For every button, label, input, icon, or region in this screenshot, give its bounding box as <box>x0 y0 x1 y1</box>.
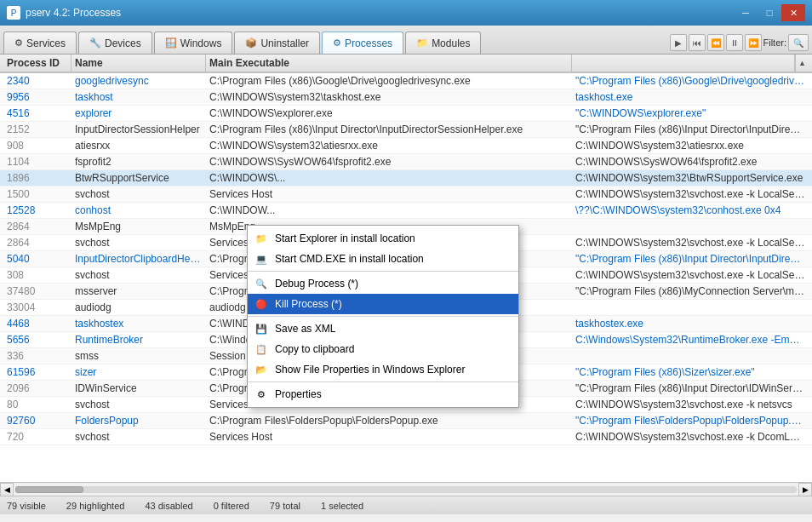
col-cmdline <box>572 54 795 72</box>
table-row[interactable]: 12528 conhost C:\WINDOW... \??\C:\WINDOW… <box>0 203 812 219</box>
cell-pid: 720 <box>3 431 71 443</box>
minimize-button[interactable]: ─ <box>734 4 758 21</box>
cell-pid: 1896 <box>3 172 71 184</box>
tab-uninstaller-label: Uninstaller <box>260 37 309 49</box>
menu-separator-2 <box>248 316 518 317</box>
cell-cmdline: "C:\Program Files\FoldersPopup\FoldersPo… <box>572 415 809 427</box>
menu-start-cmd[interactable]: 💻 Start CMD.EXE in install location <box>248 249 518 269</box>
tab-modules[interactable]: 📁 Modules <box>405 32 481 54</box>
cell-cmdline: C:\WINDOWS\SysWOW64\fsprofit2.exe <box>572 156 809 168</box>
save-icon: 💾 <box>254 322 268 336</box>
menu-kill-process[interactable]: 🔴 Kill Process (*) <box>248 294 518 314</box>
table-row[interactable]: 1104 fsprofit2 C:\WINDOWS\SysWOW64\fspro… <box>0 154 812 170</box>
cell-name: svchost <box>71 188 206 200</box>
cell-pid: 37480 <box>3 285 71 297</box>
cell-pid: 92760 <box>3 415 71 427</box>
cell-name: svchost <box>71 269 206 281</box>
cell-pid: 5040 <box>3 253 71 265</box>
table-row[interactable]: 4516 explorer C:\WINDOWS\explorer.exe "C… <box>0 106 812 122</box>
tab-bar: ⚙ Services 🔧 Devices 🪟 Windows 📦 Uninsta… <box>0 26 812 54</box>
cell-pid: 4516 <box>3 107 71 119</box>
tab-uninstaller[interactable]: 📦 Uninstaller <box>234 32 320 54</box>
column-headers: Process ID Name Main Executable ▲ <box>0 54 812 73</box>
cell-pid: 2152 <box>3 123 71 135</box>
menu-properties[interactable]: ⚙ Properties <box>248 384 518 404</box>
table-row[interactable]: 1896 BtwRSupportService C:\WINDOWS\... C… <box>0 170 812 186</box>
scroll-top[interactable]: ▲ <box>795 54 809 72</box>
file-props-icon: 📂 <box>254 363 268 376</box>
pause-button[interactable]: ⏸ <box>726 34 743 51</box>
tab-modules-label: Modules <box>432 37 470 49</box>
menu-copy-clipboard[interactable]: 📋 Copy to clipboard <box>248 339 518 359</box>
cell-name: googledrivesync <box>71 75 206 87</box>
play-button[interactable]: ▶ <box>670 34 687 51</box>
filter-label: Filter: <box>763 37 787 48</box>
menu-show-file-props[interactable]: 📂 Show File Properties in Windows Explor… <box>248 359 518 380</box>
tab-processes-label: Processes <box>345 37 392 49</box>
status-total: 79 total <box>270 501 300 511</box>
cell-cmdline: "C:\Program Files (x86)\Google\Drive\goo… <box>572 75 809 87</box>
cell-mainexe: C:\WINDOWS\system32\taskhost.exe <box>206 91 572 103</box>
cell-pid: 308 <box>3 269 71 281</box>
next-button[interactable]: ⏩ <box>745 34 762 51</box>
cell-mainexe: C:\WINDOWS\SysWOW64\fsprofit2.exe <box>206 156 572 168</box>
cell-name: smss <box>71 350 206 362</box>
table-row[interactable]: 2152 InputDirectorSessionHelper C:\Progr… <box>0 122 812 138</box>
cell-cmdline: C:\WINDOWS\system32\atiesrxx.exe <box>572 140 809 152</box>
tab-processes[interactable]: ⚙ Processes <box>322 32 403 54</box>
close-button[interactable]: ✕ <box>781 4 805 21</box>
app-icon: P <box>7 6 20 20</box>
col-mainexe[interactable]: Main Executable <box>206 54 572 72</box>
cmd-icon: 💻 <box>254 252 268 266</box>
cell-pid: 33004 <box>3 301 71 313</box>
cell-pid: 12528 <box>3 204 71 216</box>
cell-pid: 2340 <box>3 75 71 87</box>
cell-mainexe: C:\Program Files (x86)\Input Director\In… <box>206 123 572 135</box>
tab-services[interactable]: ⚙ Services <box>3 32 77 54</box>
filter-button[interactable]: 🔍 <box>788 34 809 51</box>
scroll-right[interactable]: ▶ <box>798 483 812 496</box>
table-row[interactable]: 9956 taskhost C:\WINDOWS\system32\taskho… <box>0 89 812 106</box>
uninstaller-icon: 📦 <box>245 37 257 49</box>
cell-cmdline: "C:\Program Files (x86)\Input Director\I… <box>572 382 809 394</box>
cell-pid: 336 <box>3 350 71 362</box>
table-row[interactable]: 92760 FoldersPopup C:\Program Files\Fold… <box>0 413 812 429</box>
table-row[interactable]: 2340 googledrivesync C:\Program Files (x… <box>0 73 812 89</box>
prev-button[interactable]: ⏪ <box>707 34 724 51</box>
menu-start-explorer[interactable]: 📁 Start Explorer in install location <box>248 228 518 249</box>
cell-name: atiesrxx <box>71 140 206 152</box>
cell-pid: 1104 <box>3 156 71 168</box>
status-selected: 1 selected <box>321 501 363 511</box>
cell-mainexe: C:\WINDOWS\explorer.exe <box>206 107 572 119</box>
cell-name: RuntimeBroker <box>71 334 206 346</box>
cell-name: FoldersPopup <box>71 415 206 427</box>
scroll-left[interactable]: ◀ <box>0 483 14 496</box>
cell-pid: 2864 <box>3 237 71 249</box>
tab-devices[interactable]: 🔧 Devices <box>78 32 152 54</box>
table-row[interactable]: 1500 svchost Services Host C:\WINDOWS\sy… <box>0 186 812 203</box>
cell-name: IDWinService <box>71 382 206 394</box>
status-bar: 79 visible 29 highlighted 43 disabled 0 … <box>0 496 812 514</box>
cell-pid: 1500 <box>3 188 71 200</box>
cell-mainexe: C:\WINDOW... <box>206 204 572 216</box>
debug-icon: 🔍 <box>254 277 268 290</box>
menu-save-xml[interactable]: 💾 Save as XML <box>248 318 518 339</box>
menu-debug-process[interactable]: 🔍 Debug Process (*) <box>248 273 518 294</box>
folder-icon: 📁 <box>254 232 268 245</box>
col-name[interactable]: Name <box>71 54 206 72</box>
cell-name: svchost <box>71 431 206 443</box>
col-pid[interactable]: Process ID <box>3 54 71 72</box>
menu-separator-3 <box>248 381 518 382</box>
cell-name: sizer <box>71 366 206 378</box>
cell-cmdline: taskhostex.exe <box>572 318 809 330</box>
start-button[interactable]: ⏮ <box>689 34 706 51</box>
cell-pid: 4468 <box>3 318 71 330</box>
table-row[interactable]: 908 atiesrxx C:\WINDOWS\system32\atiesrx… <box>0 138 812 154</box>
maximize-button[interactable]: □ <box>758 4 781 21</box>
table-row[interactable]: 720 svchost Services Host C:\WINDOWS\sys… <box>0 429 812 445</box>
cell-mainexe: C:\Program Files\FoldersPopup\FoldersPop… <box>206 415 572 427</box>
cell-cmdline: C:\WINDOWS\system32\svchost.exe -k Local… <box>572 237 809 249</box>
tab-windows[interactable]: 🪟 Windows <box>154 32 233 54</box>
cell-name: MsMpEng <box>71 221 206 232</box>
tab-services-label: Services <box>26 37 66 49</box>
